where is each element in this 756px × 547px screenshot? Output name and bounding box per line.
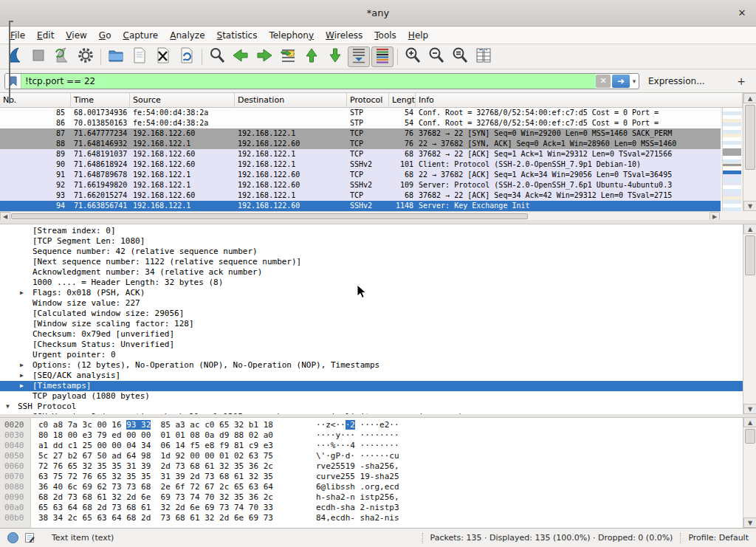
go-back-button[interactable] (230, 47, 252, 67)
packet-row-85[interactable]: 8568.001734936fe:54:00:d4:38:2aSTP54Conf… (0, 108, 721, 118)
menu-tools[interactable]: Tools (368, 28, 402, 43)
detail-line[interactable]: TCP payload (1080 bytes) (0, 391, 756, 402)
display-filter-input[interactable] (21, 74, 596, 89)
menu-telephony[interactable]: Telephony (263, 28, 320, 43)
stop-capture-button[interactable] (27, 47, 49, 67)
hex-bytes[interactable]: a1 dd c1 25 00 00 04 34 06 14 f5 e8 f9 8… (38, 441, 273, 451)
hex-ascii[interactable]: rve25519 -sha256, (316, 461, 399, 472)
first-packet-button[interactable] (300, 47, 323, 67)
expander-closed-icon[interactable]: ▶ (20, 371, 24, 381)
detail-line[interactable]: [TCP Segment Len: 1080] (0, 236, 756, 247)
packet-row-91[interactable]: 9171.648789678192.168.122.1192.168.122.6… (0, 170, 721, 180)
details-scrollbar[interactable]: ▲ ▼ (743, 224, 756, 414)
scroll-up-icon[interactable]: ▲ (743, 417, 756, 427)
close-file-button[interactable] (152, 47, 174, 67)
bytes-scrollbar[interactable]: ▲ ▼ (743, 417, 756, 528)
detail-line[interactable]: ▶Options: (12 bytes), No-Operation (NOP)… (0, 360, 756, 371)
hex-row-0080[interactable]: 008036 40 6c 69 62 73 73 68 2e 6f 72 67 … (0, 482, 756, 492)
zoom-in-button[interactable] (402, 47, 424, 67)
find-packet-button[interactable] (206, 47, 228, 67)
hex-bytes[interactable]: 36 40 6c 69 62 73 73 68 2e 6f 72 67 2c 6… (38, 482, 273, 492)
menu-capture[interactable]: Capture (117, 28, 164, 43)
resize-columns-button[interactable] (472, 47, 495, 67)
hex-row-00b0[interactable]: 00b038 34 2c 65 63 64 68 2d 73 68 61 32 … (0, 513, 756, 523)
packet-row-87[interactable]: 8771.647777234192.168.122.60192.168.122.… (0, 128, 721, 139)
details-scroll-thumb[interactable] (745, 235, 755, 275)
detail-line[interactable]: Checksum: 0x79ed [unverified] (0, 329, 756, 340)
menu-help[interactable]: Help (402, 28, 434, 43)
hex-row-0060[interactable]: 006072 76 65 32 35 35 31 39 2d 73 68 61 … (0, 461, 756, 472)
capture-options-button[interactable] (75, 47, 97, 67)
start-capture-button[interactable] (4, 47, 26, 67)
hex-bytes[interactable]: 65 63 64 68 2d 73 68 61 32 2d 6e 69 73 7… (38, 503, 273, 513)
detail-line[interactable]: ▶[SEQ/ACK analysis] (0, 371, 756, 381)
packet-row-86[interactable]: 8670.013850163fe:54:00:d4:38:2aSTP54Conf… (0, 118, 721, 128)
packet-list-hscroll-thumb[interactable] (11, 213, 528, 219)
menu-view[interactable]: View (60, 28, 92, 43)
last-packet-button[interactable] (324, 47, 346, 67)
hex-ascii[interactable]: h-sha2-n istp256, (316, 492, 399, 503)
filter-dropdown-icon[interactable]: ▾ (630, 78, 639, 85)
detail-line[interactable]: [Window size scaling factor: 128] (0, 319, 756, 329)
restart-capture-button[interactable] (51, 47, 73, 67)
scroll-down-icon[interactable]: ▼ (743, 404, 756, 414)
hex-ascii[interactable]: ecdh-sha 2-nistp3 (316, 503, 399, 513)
hex-ascii[interactable]: curve255 19-sha25 (316, 472, 399, 482)
hex-row-0070[interactable]: 007063 75 72 76 65 32 35 35 31 39 2d 73 … (0, 472, 756, 482)
menu-go[interactable]: Go (93, 28, 117, 43)
detail-line[interactable]: [Checksum Status: Unverified] (0, 340, 756, 350)
scroll-down-icon[interactable]: ▼ (743, 517, 756, 528)
packet-list-scroll-thumb[interactable] (745, 105, 755, 170)
packet-row-94[interactable]: 9471.663856741192.168.122.1192.168.122.6… (0, 201, 721, 211)
detail-line[interactable]: Window size value: 227 (0, 298, 756, 309)
go-to-packet-button[interactable] (277, 47, 299, 67)
column-header-protocol[interactable]: Protocol (347, 93, 389, 107)
detail-line[interactable]: ▼SSH Protocol (0, 402, 756, 412)
detail-line[interactable]: Sequence number: 42 (relative sequence n… (0, 247, 756, 257)
menu-statistics[interactable]: Statistics (211, 28, 264, 43)
filter-clear-icon[interactable]: ✕ (596, 75, 611, 88)
auto-scroll-button[interactable] (348, 47, 370, 67)
add-filter-button[interactable]: + (737, 75, 746, 87)
packet-row-89[interactable]: 8971.648191037192.168.122.60192.168.122.… (0, 149, 721, 159)
go-forward-button[interactable] (253, 47, 275, 67)
scroll-down-icon[interactable]: ▼ (743, 201, 756, 211)
hex-bytes[interactable]: 68 2d 73 68 61 32 2d 6e 69 73 74 70 32 3… (38, 492, 273, 503)
zoom-out-button[interactable] (425, 47, 447, 67)
detail-line[interactable]: [Next sequence number: 1122 (relative se… (0, 257, 756, 267)
hex-ascii[interactable]: ····y··· ········ (316, 430, 399, 441)
hex-bytes[interactable]: c0 a8 7a 3c 00 16 93 32 85 a3 ac c0 65 3… (38, 420, 273, 430)
expert-info-icon[interactable] (7, 532, 18, 543)
save-file-button[interactable] (128, 47, 151, 67)
expander-closed-icon[interactable]: ▶ (20, 288, 24, 298)
packet-row-88[interactable]: 8871.648146932192.168.122.1192.168.122.6… (0, 139, 721, 149)
hex-bytes[interactable]: 5c 27 b2 67 50 ad 64 98 1d 92 00 00 01 0… (38, 451, 273, 461)
reload-file-button[interactable] (176, 47, 198, 67)
detail-line[interactable]: Acknowledgment number: 34 (relative ack … (0, 267, 756, 278)
column-header-length[interactable]: Length (389, 93, 416, 107)
filter-bookmark-button[interactable] (5, 74, 21, 89)
detail-line[interactable]: [Stream index: 0] (0, 226, 756, 236)
hex-ascii[interactable]: 6@libssh .org,ecd (316, 482, 399, 492)
hex-ascii[interactable]: ··z<···2 ····e2·· (316, 420, 399, 430)
scroll-up-icon[interactable]: ▲ (743, 93, 756, 103)
hex-bytes[interactable]: 63 75 72 76 65 32 35 35 31 39 2d 73 68 6… (38, 472, 273, 482)
expression-button[interactable]: Expression... (648, 76, 705, 86)
packet-row-92[interactable]: 9271.661949820192.168.122.1192.168.122.6… (0, 180, 721, 190)
hex-row-0020[interactable]: 0020c0 a8 7a 3c 00 16 93 32 85 a3 ac c0 … (0, 420, 756, 430)
open-file-button[interactable] (105, 47, 127, 67)
filter-apply-icon[interactable]: ➜ (612, 75, 630, 88)
detail-line[interactable]: ▶Flags: 0x018 (PSH, ACK) (0, 288, 756, 298)
hex-row-0090[interactable]: 009068 2d 73 68 61 32 2d 6e 69 73 74 70 … (0, 492, 756, 503)
expander-closed-icon[interactable]: ▶ (20, 381, 24, 391)
hex-row-0040[interactable]: 0040a1 dd c1 25 00 00 04 34 06 14 f5 e8 … (0, 441, 756, 451)
column-header-no[interactable]: No. (0, 93, 71, 107)
detail-line[interactable]: Urgent pointer: 0 (0, 350, 756, 360)
packet-list-minimap[interactable] (722, 108, 741, 211)
expander-closed-icon[interactable]: ▶ (20, 360, 24, 371)
packet-row-90[interactable]: 9071.648618924192.168.122.60192.168.122.… (0, 159, 721, 170)
packet-list-hscrollbar[interactable]: ◀ ▶ (0, 211, 721, 220)
column-header-time[interactable]: Time (71, 93, 130, 107)
colorize-packets-button[interactable] (371, 47, 394, 67)
hex-row-0050[interactable]: 00505c 27 b2 67 50 ad 64 98 1d 92 00 00 … (0, 451, 756, 461)
